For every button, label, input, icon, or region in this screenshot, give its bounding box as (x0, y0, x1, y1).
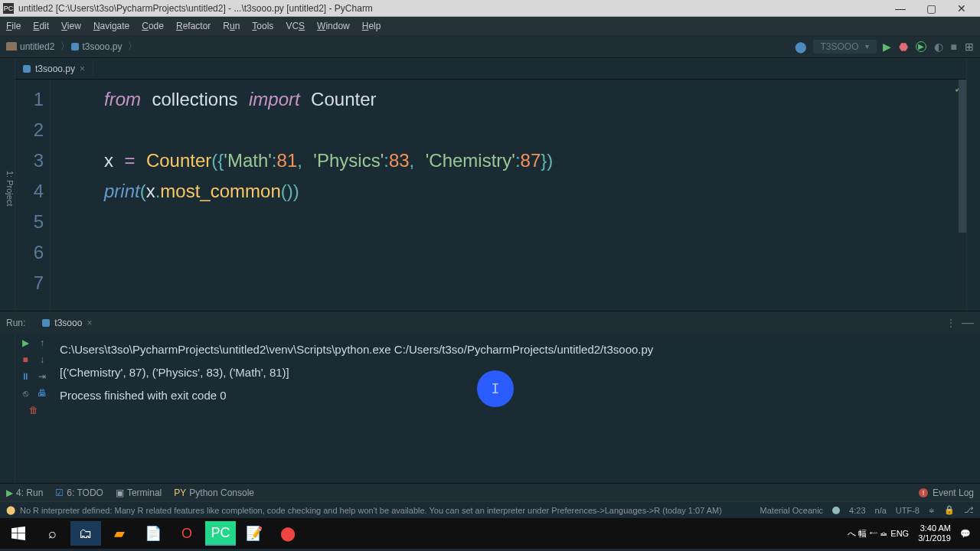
menu-help[interactable]: Help (362, 21, 381, 31)
python-icon (23, 65, 31, 73)
clear-button[interactable]: 🗑 (28, 404, 40, 416)
close-tab-icon[interactable]: × (80, 64, 85, 74)
windows-taskbar: ⌕ 🗂 ▰ 📄 O PC 📝 ⬤ へ 幅 ⬳ ⪮ ENG 3:40 AM 3/1… (0, 518, 980, 549)
coverage-button[interactable]: ▶ (916, 41, 926, 52)
titlebar: PC untitled2 [C:\Users\t3so\PycharmProje… (0, 0, 980, 17)
editor-tabbar: t3sooo.py × (15, 58, 966, 80)
breadcrumb-file-label: t3sooo.py (82, 41, 122, 52)
error-indicator-icon: ! (919, 488, 928, 497)
run-controls: ▶↑ ■↓ ⏸⇥ ⎋🖶 🗑 (15, 334, 52, 483)
bottom-todo-tab[interactable]: ☑6: TODO (55, 487, 103, 498)
close-button[interactable]: ✕ (946, 2, 977, 15)
up-button[interactable]: ↑ (36, 337, 48, 349)
down-button[interactable]: ↓ (36, 354, 48, 366)
menu-window[interactable]: Window (317, 21, 350, 31)
status-position[interactable]: 4:23 (849, 506, 865, 515)
task-sublime-icon[interactable]: ▰ (104, 521, 135, 546)
python-icon (71, 43, 79, 51)
bottom-pyconsole-tab[interactable]: PYPython Console (174, 487, 254, 498)
task-record-icon[interactable]: ⬤ (273, 521, 303, 546)
start-button[interactable] (3, 521, 34, 546)
task-opera-icon[interactable]: O (172, 521, 202, 546)
run-config-dropdown[interactable]: T3SOOO ▾ (813, 40, 877, 54)
run-panel-header: Run: t3sooo × ⋮ — (0, 311, 980, 334)
left-tool-structure[interactable] (0, 334, 15, 483)
exit-button[interactable]: ⎋ (19, 387, 31, 399)
status-theme[interactable]: Material Oceanic (760, 506, 824, 515)
wrap-button[interactable]: ⇥ (36, 370, 48, 383)
code-editor[interactable]: ✓ 1 2 3 4 5 6 7 from collections import … (15, 80, 966, 311)
status-message: No R interpreter defined: Many R related… (20, 506, 722, 515)
breadcrumb-project-label: untitled2 (20, 41, 54, 52)
profile-button[interactable]: ◐ (934, 41, 943, 53)
editor-area: 1: Project t3sooo.py × ✓ 1 2 3 4 5 6 7 f… (0, 58, 980, 311)
chevron-right-icon: 〉 (128, 40, 137, 53)
event-log-tab[interactable]: Event Log (933, 487, 974, 498)
status-na: n/a (875, 506, 887, 515)
task-wordpad-icon[interactable]: 📄 (138, 521, 168, 546)
menu-code[interactable]: Code (142, 21, 164, 31)
bottom-run-tab[interactable]: ▶4: Run (6, 487, 43, 498)
status-bar: ⬤ No R interpreter defined: Many R relat… (0, 501, 980, 518)
menu-file[interactable]: File (6, 21, 21, 31)
rerun-button[interactable]: ▶ (19, 337, 31, 349)
breadcrumb-project[interactable]: untitled2 〉 (6, 40, 70, 53)
code-content[interactable]: from collections import Counter x = Coun… (51, 80, 966, 311)
task-explorer-icon[interactable]: 🗂 (70, 521, 101, 546)
system-clock[interactable]: 3:40 AM 3/1/2019 (918, 523, 951, 543)
menu-vcs[interactable]: VCS (286, 21, 305, 31)
run-label: Run: (6, 318, 25, 328)
cursor-indicator: I (477, 370, 514, 407)
menu-tools[interactable]: Tools (252, 21, 273, 31)
editor-tab[interactable]: t3sooo.py × (15, 60, 93, 77)
minimize-button[interactable]: — (885, 2, 916, 15)
folder-icon (6, 42, 17, 51)
terminal-line: [('Chemistry', 87), ('Physics', 83), ('M… (60, 361, 972, 384)
terminal-line: C:\Users\t3so\PycharmProjects\untitled2\… (60, 338, 972, 361)
task-pycharm-icon[interactable]: PC (205, 521, 236, 546)
menu-navigate[interactable]: Navigate (93, 21, 129, 31)
menubar: File Edit View Navigate Code Refactor Ru… (0, 17, 980, 35)
notification-icon[interactable]: 💬 (960, 529, 971, 539)
close-run-tab-icon[interactable]: × (87, 318, 92, 328)
app-icon: PC (3, 3, 14, 14)
window-title: untitled2 [C:\Users\t3so\PycharmProjects… (18, 3, 885, 14)
editor-scrollbar[interactable] (959, 80, 966, 233)
print-button[interactable]: 🖶 (36, 387, 48, 399)
search-icon[interactable]: ⌕ (37, 521, 67, 546)
search-button[interactable]: ⊞ (965, 41, 974, 53)
terminal-output[interactable]: C:\Users\t3so\PycharmProjects\untitled2\… (52, 334, 980, 483)
menu-view[interactable]: View (61, 21, 81, 31)
menu-run[interactable]: Run (223, 21, 240, 31)
breadcrumb-file[interactable]: t3sooo.py 〉 (71, 40, 137, 53)
lock-icon[interactable]: 🔒 (944, 505, 955, 515)
stop-button[interactable]: ■ (951, 41, 957, 53)
theme-dot-icon (832, 507, 840, 514)
tray-icons[interactable]: へ 幅 ⬳ ⪮ ENG (848, 528, 909, 540)
menu-refactor[interactable]: Refactor (176, 21, 211, 31)
warning-icon: ⬤ (6, 505, 15, 515)
menu-edit[interactable]: Edit (33, 21, 49, 31)
run-settings-icon[interactable]: ⋮ (946, 318, 956, 328)
nav-bar: untitled2 〉 t3sooo.py 〉 ⬤ T3SOOO ▾ ▶ ⬣ ▶… (0, 35, 980, 58)
left-tool-project[interactable]: 1: Project (0, 58, 15, 311)
task-notepad-icon[interactable]: 📝 (239, 521, 270, 546)
stop-run-button[interactable]: ■ (19, 354, 31, 366)
git-icon[interactable]: ⎇ (964, 505, 974, 515)
editor-tab-label: t3sooo.py (35, 64, 75, 74)
chevron-down-icon: ▾ (865, 42, 869, 51)
run-button[interactable]: ▶ (883, 41, 891, 53)
python-logo-icon: ⬤ (795, 41, 807, 53)
run-tab[interactable]: t3sooo × (34, 315, 100, 331)
bottom-toolbar: ▶4: Run ☑6: TODO ▣Terminal PYPython Cons… (0, 483, 980, 501)
run-tab-label: t3sooo (54, 318, 82, 328)
bottom-terminal-tab[interactable]: ▣Terminal (116, 487, 162, 498)
chevron-right-icon: 〉 (60, 40, 70, 53)
hide-panel-icon[interactable]: — (962, 316, 974, 330)
right-gutter (966, 58, 980, 311)
status-encoding[interactable]: UTF-8 (896, 506, 920, 515)
pause-button[interactable]: ⏸ (19, 370, 31, 383)
debug-button[interactable]: ⬣ (899, 41, 908, 53)
terminal-line: Process finished with exit code 0 (60, 384, 972, 407)
maximize-button[interactable]: ▢ (916, 2, 946, 15)
